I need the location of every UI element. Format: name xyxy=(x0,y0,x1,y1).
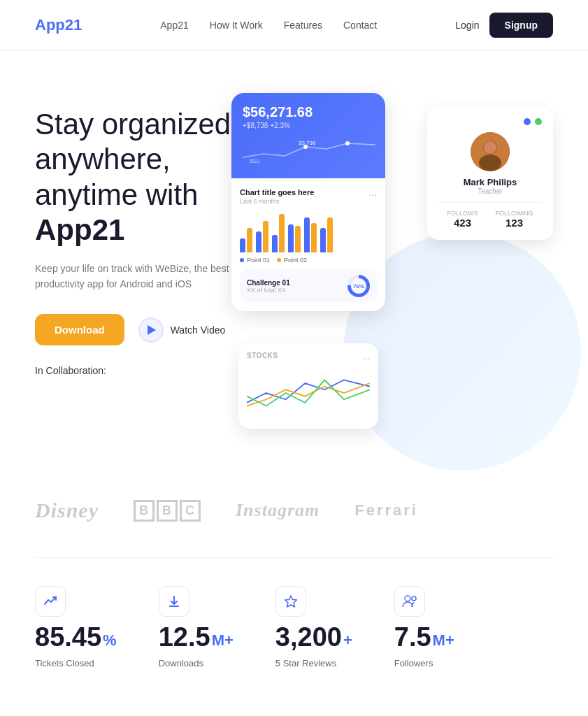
trend-icon xyxy=(43,594,57,608)
followers-icon xyxy=(402,594,417,608)
collab-label: In Collaboration: xyxy=(35,365,231,376)
stat-value-tickets: 85.45 xyxy=(35,622,101,652)
nav-links: App21 How It Work Features Contact xyxy=(160,20,377,31)
nav-item-features[interactable]: Features xyxy=(284,20,322,31)
stat-number-followers: 7.5M+ xyxy=(394,622,454,652)
hero-title-line1: Stay organized xyxy=(35,108,231,141)
watch-video-button[interactable]: Watch Video xyxy=(138,317,226,343)
watch-label: Watch Video xyxy=(171,324,226,336)
svg-text:$3,798: $3,798 xyxy=(299,140,316,146)
bbc-c: C xyxy=(180,500,201,522)
bar-group-6 xyxy=(320,217,333,252)
progress-pct: 76% xyxy=(353,283,364,289)
star-icon xyxy=(284,594,298,608)
stat-suffix-tickets: % xyxy=(103,631,117,650)
hero-actions: Download Watch Video xyxy=(35,314,231,345)
bbc-logo: B B C xyxy=(134,500,201,522)
stat-following: FOLLOWING 123 xyxy=(495,210,533,229)
stat-suffix-downloads: M+ xyxy=(212,631,234,650)
stat-number-tickets: 85.45% xyxy=(35,622,117,652)
bar-blue-3 xyxy=(272,235,278,252)
stat-icon-tickets xyxy=(35,586,66,617)
chart-change: +$8,738 +2.3% xyxy=(243,122,374,129)
bar-group-1 xyxy=(240,228,252,252)
bar-group-5 xyxy=(304,217,317,252)
challenge-sub: XX of total XX xyxy=(247,287,290,294)
challenge-label: Challenge 01 xyxy=(247,279,290,287)
play-icon xyxy=(148,325,156,335)
svg-point-7 xyxy=(484,141,496,154)
profile-dot-blue xyxy=(524,118,531,125)
nav-item-app21[interactable]: App21 xyxy=(160,20,188,31)
legend-item-1: Point 01 xyxy=(240,257,270,264)
stat-value-followers: 7.5 xyxy=(394,622,431,652)
stat-downloads: 12.5M+ Downloads xyxy=(159,586,234,668)
download-icon xyxy=(167,594,181,608)
instagram-logo: Instagram xyxy=(236,500,320,521)
profile-name: Mark Philips xyxy=(438,177,542,187)
bar-orange-3 xyxy=(279,214,285,252)
login-button[interactable]: Login xyxy=(455,20,479,31)
bar-blue-1 xyxy=(240,238,245,252)
svg-point-6 xyxy=(479,155,501,171)
legend-label-2: Point 02 xyxy=(284,257,307,264)
legend-dot-orange xyxy=(277,258,281,262)
legend-label-1: Point 01 xyxy=(247,257,270,264)
follows-count: 423 xyxy=(447,217,478,229)
hero-subtitle: Keep your life on track with WeBize, the… xyxy=(35,261,231,292)
chart-amount: $56,271.68 xyxy=(243,104,374,120)
stat-number-reviews: 3,200+ xyxy=(275,622,352,652)
following-count: 123 xyxy=(495,217,533,229)
stat-icon-reviews xyxy=(275,586,306,617)
hero-title-bold: App21 xyxy=(35,213,124,246)
following-label: FOLLOWING xyxy=(495,210,533,217)
svg-point-10 xyxy=(405,596,410,601)
stat-number-downloads: 12.5M+ xyxy=(159,622,234,652)
stat-followers: 7.5M+ Followers xyxy=(394,586,454,668)
nav-item-contact[interactable]: Contact xyxy=(343,20,377,31)
svg-text:$821: $821 xyxy=(250,159,261,164)
chart-title: Chart title goes here xyxy=(240,188,314,196)
stat-follows: FOLLOWS 423 xyxy=(447,210,478,229)
bar-orange-6 xyxy=(327,217,333,252)
bar-group-2 xyxy=(256,221,268,252)
progress-circle: 76% xyxy=(347,275,370,297)
svg-marker-9 xyxy=(285,596,296,607)
chart-title-row: Chart title goes here ... xyxy=(240,187,377,198)
bar-blue-5 xyxy=(304,217,310,252)
hero-title-line2: anywhere, xyxy=(35,143,171,176)
stocks-header: STOCKS ... xyxy=(247,352,370,361)
collab-section: Disney B B C Instagram Ferrari xyxy=(0,471,588,557)
chart-body: Chart title goes here ... Last 6 months xyxy=(231,178,385,311)
stocks-chart xyxy=(247,368,370,417)
brand-name: App xyxy=(35,16,65,34)
stocks-dots: ... xyxy=(363,352,370,361)
hero-text: Stay organized anywhere, anytime with Ap… xyxy=(35,93,231,376)
stat-suffix-followers: M+ xyxy=(433,631,454,650)
disney-logo: Disney xyxy=(35,499,99,522)
signup-button[interactable]: Signup xyxy=(489,13,553,38)
svg-point-2 xyxy=(345,141,350,145)
play-circle-icon xyxy=(138,317,164,343)
download-button[interactable]: Download xyxy=(35,314,124,345)
hero-section: Stay organized anywhere, anytime with Ap… xyxy=(0,51,588,471)
bar-blue-4 xyxy=(288,224,294,252)
bar-group-3 xyxy=(272,214,285,252)
bars-container xyxy=(240,210,377,252)
challenge-row: Challenge 01 XX of total XX 76% xyxy=(240,269,377,303)
bbc-b2: B xyxy=(157,500,178,522)
brand-logo[interactable]: App21 xyxy=(35,16,82,34)
nav-actions: Login Signup xyxy=(455,13,553,38)
bar-orange-2 xyxy=(263,221,268,252)
profile-card: Mark Philips Teacher FOLLOWS 423 FOLLOWI… xyxy=(427,107,553,240)
stat-desc-tickets: Tickets Closed xyxy=(35,658,117,668)
profile-stats: FOLLOWS 423 FOLLOWING 123 xyxy=(438,202,542,229)
chart-card-top: $56,271.68 +$8,738 +2.3% $3,798 $821 xyxy=(231,93,385,178)
chart-sparkline: $3,798 $821 xyxy=(243,136,374,167)
chart-legend: Point 01 Point 02 xyxy=(240,257,377,264)
chart-card: $56,271.68 +$8,738 +2.3% $3,798 $821 Cha… xyxy=(231,93,385,311)
nav-item-how-it-work[interactable]: How It Work xyxy=(210,20,263,31)
ferrari-logo: Ferrari xyxy=(354,501,418,520)
profile-dot-green xyxy=(535,118,542,125)
bbc-b1: B xyxy=(134,500,155,522)
